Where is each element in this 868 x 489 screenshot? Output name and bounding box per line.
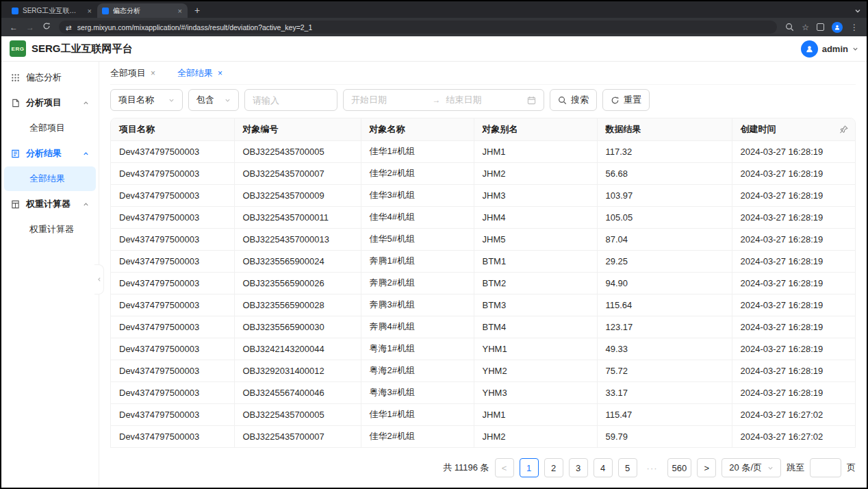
date-range-picker[interactable]: 开始日期 → 结束日期 (343, 89, 544, 111)
table-body: Dev4374797500003OBJ3225435700005佳华1#机组JH… (111, 140, 855, 447)
page-button[interactable]: 2 (544, 458, 563, 477)
bookmark-star-icon[interactable]: ☆ (802, 23, 809, 32)
table-cell: 粤海3#机组 (361, 381, 474, 403)
table-cell: 佳华2#机组 (361, 162, 474, 184)
favicon (102, 8, 109, 14)
table-cell: 2024-03-27 16:28:19 (732, 338, 855, 360)
jump-page-input[interactable] (810, 458, 841, 477)
table-cell: 29.25 (597, 250, 732, 272)
pagination-next[interactable]: > (697, 458, 716, 477)
main-content: 全部项目 × 全部结果 × 项目名称 包含 (99, 62, 867, 488)
browser-tab-deviation[interactable]: 偏态分析 × (97, 3, 188, 18)
sidebar-group-weight-calculator[interactable]: 权重计算器 (1, 192, 99, 216)
pagination-total: 共 11196 条 (443, 462, 489, 474)
sidebar-item-weight-calculator[interactable]: 权重计算器 (4, 217, 96, 242)
reset-button[interactable]: 重置 (602, 89, 650, 111)
table-cell: OBJ3242143200044 (234, 338, 361, 360)
table-cell: OBJ3225435700009 (234, 184, 361, 206)
calendar-icon (527, 96, 536, 105)
table-row: Dev4374797500003OBJ3235565900024奔腾1#机组BT… (111, 250, 855, 272)
table-cell: OBJ32254357000011 (234, 206, 361, 228)
site-info-icon[interactable]: ⇄ (66, 23, 72, 32)
chevron-up-icon (83, 151, 89, 157)
tab-close-icon[interactable]: × (177, 7, 183, 15)
page-button[interactable]: 4 (593, 458, 613, 477)
page-button[interactable]: 3 (569, 458, 588, 477)
sidebar-item-all-projects[interactable]: 全部项目 (4, 116, 96, 140)
operator-select[interactable]: 包含 (188, 89, 239, 111)
table-cell: 佳华1#机组 (361, 403, 474, 425)
table-cell: OBJ3235565900026 (234, 272, 361, 294)
reload-icon[interactable] (42, 22, 51, 32)
side-panel-icon[interactable] (817, 23, 824, 31)
table-cell: 59.79 (597, 425, 732, 447)
column-header-object-name: 对象名称 (361, 118, 474, 140)
page-button[interactable]: 5 (618, 458, 637, 477)
search-button[interactable]: 搜索 (550, 89, 597, 111)
operator-select-value: 包含 (196, 94, 214, 106)
tab-all-results[interactable]: 全部结果 × (177, 67, 222, 79)
browser-profile-avatar[interactable] (832, 22, 843, 33)
zoom-icon[interactable] (785, 23, 794, 32)
sidebar-group-analysis-result[interactable]: 分析结果 (1, 141, 99, 166)
range-arrow-icon: → (433, 95, 441, 105)
table-cell: 2024-03-27 16:28:19 (732, 162, 855, 184)
table-row: Dev4374797500003OBJ3235565900026奔腾2#机组BT… (111, 272, 855, 294)
back-icon[interactable]: ← (10, 23, 18, 32)
page-ellipsis[interactable]: ··· (643, 458, 662, 477)
table-cell: 87.04 (597, 228, 732, 250)
table-cell: Dev4374797500003 (111, 272, 234, 294)
table-cell: 2024-03-27 16:28:19 (732, 206, 855, 228)
page-button[interactable]: 1 (520, 458, 539, 477)
tab-all-projects[interactable]: 全部项目 × (110, 67, 155, 79)
sidebar-group-analysis-project[interactable]: 分析项目 (1, 90, 99, 115)
tab-search-chevron-icon[interactable] (854, 8, 861, 18)
favicon (12, 8, 18, 14)
pushpin-icon[interactable] (839, 125, 848, 134)
browser-tab-platform[interactable]: SERG工业互联网平台 × (7, 3, 97, 18)
table-cell: BTM4 (474, 316, 597, 338)
new-tab-button[interactable]: + (188, 5, 207, 18)
search-button-label: 搜索 (571, 94, 589, 106)
url-text: serg.mixyun.com/mixapplication/#/indass/… (77, 23, 312, 32)
table-cell: 75.72 (597, 360, 732, 381)
sidebar-module-title-label: 偏态分析 (26, 71, 62, 84)
column-header-object-alias: 对象别名 (474, 118, 597, 140)
table-header-row: 项目名称 对象编号 对象名称 对象别名 数据结果 创建时间 (111, 118, 855, 140)
field-select[interactable]: 项目名称 (110, 89, 183, 111)
field-select-value: 项目名称 (118, 94, 154, 106)
table-cell: 2024-03-27 16:28:19 (732, 360, 855, 381)
table-cell: 2024-03-27 16:28:19 (732, 272, 855, 294)
table-cell: OBJ32254357000013 (234, 228, 361, 250)
page-button[interactable]: 560 (667, 458, 692, 477)
user-menu[interactable]: admin (801, 40, 858, 58)
date-end-placeholder: 结束日期 (446, 94, 522, 106)
table-cell: OBJ3225435700005 (234, 140, 361, 162)
table-cell: 2024-03-27 16:28:19 (732, 294, 855, 316)
table-cell: JHM5 (474, 228, 597, 250)
tab-close-icon[interactable]: × (87, 7, 92, 15)
address-bar[interactable]: ⇄ serg.mixyun.com/mixapplication/#/indas… (59, 21, 777, 34)
forward-icon[interactable]: → (26, 23, 34, 32)
table-cell: OBJ3235565900030 (234, 316, 361, 338)
sidebar-collapse-handle[interactable] (94, 264, 104, 294)
pagination-prev[interactable]: < (495, 458, 514, 477)
page-size-select[interactable]: 20 条/页 (722, 458, 781, 477)
table-cell: OBJ3225435700007 (234, 162, 361, 184)
table-cell: JHM3 (474, 184, 597, 206)
table-cell: 奔腾4#机组 (361, 316, 474, 338)
table-cell: Dev4374797500003 (111, 338, 234, 360)
table-cell: 123.17 (597, 316, 732, 338)
tab-close-icon[interactable]: × (218, 68, 222, 78)
chevron-down-icon (852, 46, 858, 52)
column-header-project-name: 项目名称 (111, 118, 234, 140)
tab-close-icon[interactable]: × (151, 68, 155, 78)
table-cell: 115.64 (597, 294, 732, 316)
table-cell: OBJ3225435700005 (234, 403, 361, 425)
sidebar: 偏态分析 分析项目 全部项目 分析结果 (1, 62, 99, 488)
sidebar-item-all-results[interactable]: 全部结果 (4, 166, 96, 191)
keyword-input[interactable] (253, 95, 329, 105)
chevron-up-icon (83, 201, 89, 208)
browser-menu-icon[interactable]: ⋮ (850, 23, 858, 32)
column-header-data-result: 数据结果 (597, 118, 732, 140)
